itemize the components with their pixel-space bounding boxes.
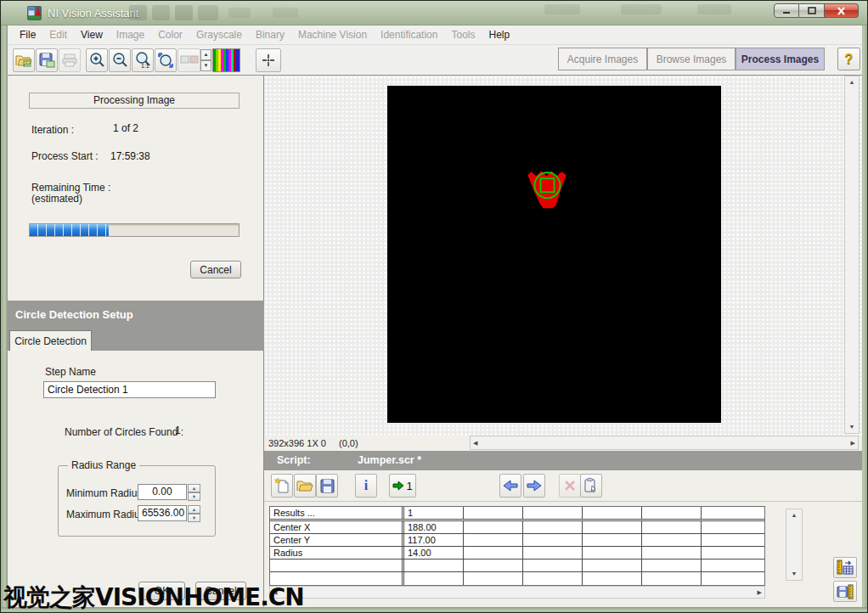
menu-grayscale[interactable]: Grayscale — [189, 26, 249, 43]
minimize-button[interactable] — [774, 3, 799, 18]
radius-range-title: Radius Range — [68, 459, 139, 471]
tab-circle-detection[interactable]: Circle Detection — [9, 330, 92, 351]
image-canvas[interactable] — [387, 86, 721, 423]
table-cell-empty — [642, 572, 702, 585]
menu-bar: File Edit View Image Color Grayscale Bin… — [8, 25, 862, 45]
menu-edit[interactable]: Edit — [42, 26, 74, 43]
table-cell-empty — [464, 560, 523, 571]
image-viewer[interactable]: ▲ ▼ — [264, 76, 862, 436]
taskbar-ghost — [129, 5, 147, 20]
table-cell-empty — [702, 560, 764, 571]
menu-tools[interactable]: Tools — [444, 26, 482, 43]
table-cell-empty — [583, 572, 642, 585]
send-results-button[interactable] — [833, 557, 857, 578]
minimum-radius-stepper[interactable]: ▲ ▼ — [188, 484, 200, 500]
open-script-button[interactable] — [294, 474, 316, 498]
save-image-button[interactable] — [36, 48, 58, 72]
menu-color[interactable]: Color — [151, 26, 189, 43]
menu-help[interactable]: Help — [482, 26, 517, 43]
step-name-input[interactable]: Circle Detection 1 — [43, 381, 216, 398]
process-images-button[interactable]: Process Images — [736, 48, 825, 70]
window-controls — [774, 3, 859, 18]
stepper-up-icon[interactable]: ▲ — [200, 49, 211, 60]
progress-bar — [29, 223, 240, 237]
table-cell-empty — [464, 507, 523, 519]
process-start-label: Process Start : — [31, 150, 99, 162]
scroll-up-icon[interactable]: ▲ — [849, 76, 855, 88]
circles-found-value: 1 — [175, 425, 181, 436]
image-browser-button[interactable] — [178, 48, 200, 72]
stepper-down-icon[interactable]: ▼ — [188, 514, 200, 522]
browse-images-button[interactable]: Browse Images — [647, 48, 736, 70]
step-forward-button[interactable] — [523, 474, 545, 498]
menu-view[interactable]: View — [74, 26, 110, 43]
scroll-left-icon[interactable]: ◀ — [473, 437, 477, 449]
crosshair-tool-button[interactable] — [256, 48, 281, 72]
run-once-button[interactable]: 1 — [389, 474, 416, 498]
result-name-cell: Radius — [270, 547, 404, 559]
color-palette-button[interactable] — [212, 48, 240, 72]
minimum-radius-input[interactable]: 0.00 — [138, 484, 187, 500]
print-button[interactable] — [59, 48, 81, 72]
maximum-radius-label: Maximum Radius — [66, 509, 145, 520]
table-cell-empty — [702, 507, 764, 519]
scroll-down-icon[interactable]: ▼ — [792, 568, 798, 580]
menu-image[interactable]: Image — [110, 26, 151, 43]
results-table[interactable]: Results ... 1 Center X 188.00 Center Y 1… — [269, 506, 765, 586]
table-cell-empty — [464, 547, 523, 559]
stepper-down-icon[interactable]: ▼ — [200, 60, 211, 71]
run-interactive-button[interactable] — [580, 474, 602, 498]
maximum-radius-stepper[interactable]: ▲ ▼ — [188, 505, 200, 521]
result-value-cell — [404, 572, 464, 585]
new-script-button[interactable] — [271, 474, 293, 498]
taskbar-ghost — [273, 8, 298, 18]
scroll-up-icon[interactable]: ▲ — [792, 509, 798, 521]
save-results-button[interactable] — [833, 581, 857, 602]
zoom-in-button[interactable] — [86, 48, 108, 72]
results-value-cell: 1 — [404, 507, 464, 519]
circles-found-label: Number of Circles Found : — [65, 426, 183, 438]
zoom-out-button[interactable] — [109, 48, 131, 72]
scroll-right-icon[interactable]: ▶ — [851, 437, 855, 449]
maximize-button[interactable] — [799, 3, 825, 18]
zoom-level-stepper[interactable]: ▲ ▼ — [200, 49, 211, 71]
viewer-horizontal-scrollbar[interactable]: ◀ ▶ — [470, 436, 859, 450]
results-horizontal-scrollbar[interactable]: ◀ ▶ — [269, 586, 765, 599]
main-toolbar: 1:1 ▲ ▼ Acquire Images — [8, 45, 862, 76]
acquire-images-button[interactable]: Acquire Images — [558, 48, 647, 70]
results-vertical-scrollbar[interactable]: ▲ ▼ — [786, 509, 803, 581]
cursor-coordinates: (0,0) — [339, 438, 358, 448]
menu-identification[interactable]: Identification — [374, 26, 444, 43]
table-cell-empty — [642, 507, 702, 519]
minimize-icon — [782, 7, 791, 14]
menu-binary[interactable]: Binary — [249, 26, 291, 43]
scroll-down-icon[interactable]: ▼ — [849, 421, 855, 433]
step-info-button[interactable]: i — [355, 474, 377, 498]
minimum-radius-label: Minimum Radius — [66, 487, 142, 499]
result-value-cell — [404, 560, 464, 571]
menu-file[interactable]: File — [13, 26, 42, 43]
maximum-radius-input[interactable]: 65536.00 — [138, 505, 187, 521]
viewer-vertical-scrollbar[interactable]: ▲ ▼ — [844, 76, 860, 434]
processing-cancel-button[interactable]: Cancel — [190, 261, 241, 278]
close-button[interactable] — [825, 3, 859, 18]
step-back-button[interactable] — [499, 474, 521, 498]
stepper-down-icon[interactable]: ▼ — [188, 492, 200, 501]
delete-step-button[interactable] — [559, 474, 581, 498]
stepper-up-icon[interactable]: ▲ — [188, 505, 200, 514]
zoom-one-to-one-button[interactable]: 1:1 — [132, 48, 154, 72]
table-cell-empty — [464, 572, 523, 585]
save-script-button[interactable] — [316, 474, 338, 498]
menu-machine-vision[interactable]: Machine Vision — [291, 26, 374, 43]
remaining-time-label: Remaining Time : — [31, 182, 110, 194]
open-image-button[interactable] — [13, 48, 35, 72]
zoom-to-fit-button[interactable] — [155, 48, 177, 72]
help-button[interactable]: ? — [837, 48, 860, 70]
scroll-right-icon[interactable]: ▶ — [758, 587, 762, 599]
zoom-to-fit-icon — [156, 51, 175, 70]
taskbar-ghost — [175, 5, 193, 20]
app-window: NI Vision Assistant File Edit View Im — [0, 0, 868, 613]
table-row — [270, 572, 764, 585]
iteration-value: 1 of 2 — [113, 122, 138, 134]
stepper-up-icon[interactable]: ▲ — [188, 484, 200, 492]
